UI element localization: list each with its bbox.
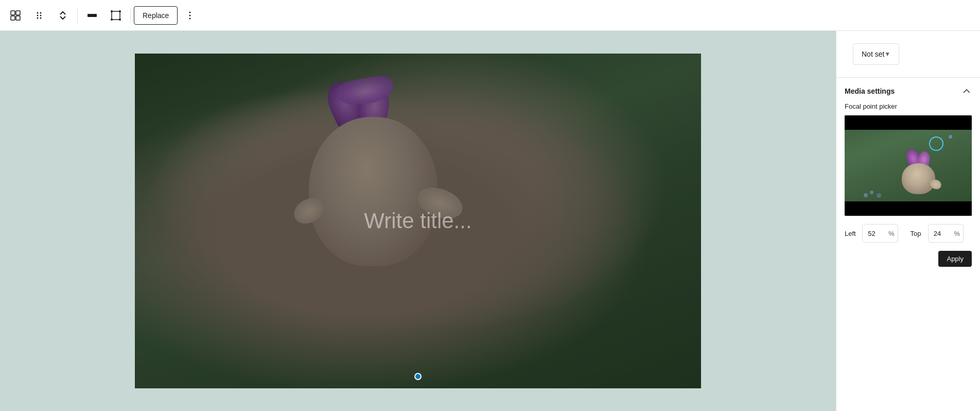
align-icon xyxy=(86,10,98,21)
chevron-up-icon xyxy=(961,86,972,96)
move-icon xyxy=(58,10,68,21)
separator-2 xyxy=(130,8,131,23)
focal-picker-area[interactable] xyxy=(845,115,972,216)
svg-point-18 xyxy=(189,18,191,19)
replace-button[interactable]: Replace xyxy=(134,6,178,25)
flower-1 xyxy=(864,193,868,197)
cover-overlay xyxy=(135,54,701,388)
svg-point-14 xyxy=(111,19,113,21)
dropdown-label: Not set xyxy=(862,50,884,58)
right-sidebar: Not set ▼ Media settings Focal point pic… xyxy=(836,31,980,411)
top-input[interactable] xyxy=(929,225,954,242)
scroll-indicator[interactable] xyxy=(414,373,422,380)
media-settings-toggle[interactable] xyxy=(961,86,972,96)
svg-rect-10 xyxy=(87,14,97,17)
svg-point-12 xyxy=(111,10,113,12)
left-percent-sign: % xyxy=(888,230,898,237)
apply-button[interactable]: Apply xyxy=(938,251,972,267)
transform-icon xyxy=(110,10,121,21)
focal-point-circle[interactable] xyxy=(929,136,943,151)
focal-inputs: Left % Top % xyxy=(836,224,980,251)
svg-point-9 xyxy=(40,17,42,19)
svg-rect-2 xyxy=(11,16,15,20)
chevron-down-icon: ▼ xyxy=(884,50,890,58)
transform-button[interactable] xyxy=(104,4,127,27)
focal-black-top xyxy=(845,115,972,130)
flower-3 xyxy=(877,193,881,198)
svg-point-5 xyxy=(40,12,42,13)
left-label: Left xyxy=(845,230,859,237)
svg-point-7 xyxy=(40,14,42,16)
not-set-dropdown[interactable]: Not set ▼ xyxy=(853,43,899,65)
svg-point-16 xyxy=(189,11,191,13)
svg-point-13 xyxy=(119,10,121,12)
svg-point-15 xyxy=(119,19,121,21)
svg-point-6 xyxy=(37,14,39,16)
block-toolbar: Replace xyxy=(0,0,980,31)
focal-point-label: Focal point picker xyxy=(836,102,980,115)
svg-rect-3 xyxy=(16,16,20,20)
more-icon xyxy=(185,10,195,21)
focal-black-bottom xyxy=(845,201,972,216)
separator-1 xyxy=(77,8,78,23)
media-settings-section: Media settings xyxy=(836,77,980,102)
block-icon-button[interactable] xyxy=(4,4,27,27)
cover-block[interactable]: Write title... xyxy=(135,54,701,388)
left-input-wrapper: % xyxy=(862,224,898,243)
top-percent-sign: % xyxy=(954,230,964,237)
block-icon xyxy=(9,9,22,22)
more-options-button[interactable] xyxy=(179,4,201,27)
apply-area: Apply xyxy=(836,251,980,275)
drag-icon xyxy=(34,10,44,21)
align-button[interactable] xyxy=(81,4,103,27)
focal-pig xyxy=(902,149,938,195)
left-input-group: Left % xyxy=(845,224,898,243)
svg-point-8 xyxy=(37,17,39,19)
media-settings-title: Media settings xyxy=(845,87,895,95)
svg-point-4 xyxy=(37,12,39,13)
drag-button[interactable] xyxy=(28,4,50,27)
svg-point-17 xyxy=(189,14,191,16)
svg-rect-11 xyxy=(112,11,120,20)
move-up-down-button[interactable] xyxy=(51,4,74,27)
left-input[interactable] xyxy=(863,225,888,242)
canvas-area: Write title... xyxy=(0,31,836,411)
top-label: Top xyxy=(911,230,925,237)
top-input-wrapper: % xyxy=(928,224,964,243)
top-input-group: Top % xyxy=(911,224,964,243)
main-area: Write title... Not set ▼ Media settings … xyxy=(0,31,980,411)
blue-dot xyxy=(949,135,952,139)
svg-rect-1 xyxy=(16,11,20,15)
svg-rect-0 xyxy=(11,11,15,15)
